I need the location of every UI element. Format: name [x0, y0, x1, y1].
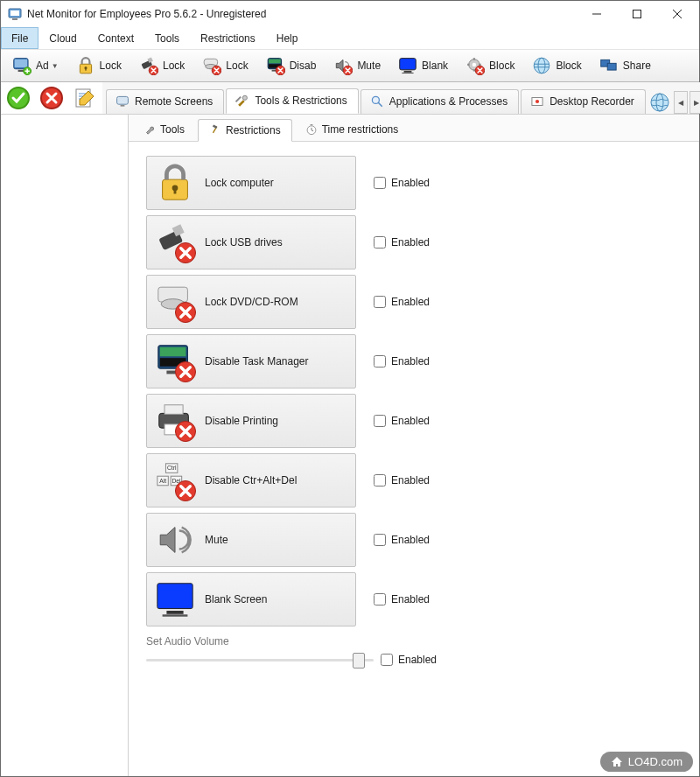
ok-icon[interactable]: [6, 86, 31, 110]
restriction-enabled-checkbox[interactable]: [374, 236, 386, 248]
subtab-time-restrictions[interactable]: Time restrictions: [294, 118, 410, 141]
restriction-card-printer-x[interactable]: Disable Printing: [146, 394, 356, 448]
app-window: Net Monitor for Employees Pro 5.6.2 - Un…: [0, 0, 700, 777]
restriction-enabled-checkbox[interactable]: [374, 355, 386, 368]
toolbar-globe[interactable]: Block: [526, 52, 587, 79]
maximize-button[interactable]: [617, 1, 657, 27]
monitor-blue-icon: [154, 578, 196, 620]
tools-icon: [235, 94, 249, 108]
window-title: Net Monitor for Employees Pro 5.6.2 - Un…: [27, 8, 577, 20]
menu-file[interactable]: File: [1, 27, 38, 49]
restriction-enabled-checkbox[interactable]: [374, 177, 386, 189]
edit-note-icon[interactable]: [73, 86, 97, 110]
usb-x-icon: [139, 56, 158, 75]
svg-rect-25: [402, 73, 413, 74]
svg-rect-3: [634, 10, 641, 18]
restriction-card-monitor-blue[interactable]: Blank Screen: [146, 572, 356, 626]
toolbar-monitor-add[interactable]: Ad▼: [6, 52, 65, 79]
menu-restrictions[interactable]: Restrictions: [190, 27, 266, 49]
svg-rect-18: [269, 60, 281, 64]
toolbar-speaker-x[interactable]: Mute: [327, 52, 387, 79]
svg-rect-74: [158, 584, 192, 609]
tab-tools-restrictions[interactable]: Tools & Restrictions: [226, 88, 358, 114]
restriction-enabled-label: Enabled: [391, 236, 430, 248]
restriction-label: Lock USB drives: [205, 236, 283, 248]
sub-tabs: ToolsRestrictionsTime restrictions: [129, 115, 699, 142]
monitor-blue-icon: [398, 56, 417, 75]
title-bar: Net Monitor for Employees Pro 5.6.2 - Un…: [1, 1, 699, 27]
restriction-label: Disable Ctr+Alt+Del: [205, 474, 297, 486]
restriction-enabled-checkbox[interactable]: [374, 474, 386, 486]
svg-point-42: [536, 100, 539, 103]
restriction-row: Mute Enabled: [146, 513, 682, 567]
restriction-row: Disable Task Manager Enabled: [146, 334, 682, 388]
restriction-enabled-label: Enabled: [391, 177, 430, 189]
svg-rect-23: [400, 59, 416, 70]
padlock-icon: [154, 162, 196, 204]
restriction-enabled-checkbox[interactable]: [374, 415, 386, 427]
keys-x-icon: CtrlAltDel: [154, 459, 196, 501]
tab-remote-screens[interactable]: Remote Screens: [106, 89, 224, 114]
audio-section: Set Audio Volume Enabled: [146, 635, 682, 667]
menu-context[interactable]: Context: [88, 27, 144, 49]
tab-desktop-recorder[interactable]: Desktop Recorder: [521, 89, 646, 114]
cancel-icon[interactable]: [39, 86, 64, 110]
restriction-enabled-label: Enabled: [391, 415, 430, 427]
svg-rect-76: [163, 614, 188, 616]
disc-x-icon: [202, 56, 221, 75]
restriction-enabled-checkbox[interactable]: [374, 296, 386, 308]
restriction-row: CtrlAltDel Disable Ctr+Alt+Del Enabled: [146, 453, 682, 508]
monitor-icon: [116, 94, 130, 108]
toolbar-padlock[interactable]: Lock: [70, 52, 128, 79]
menu-bar: FileCloudContextToolsRestrictionsHelp: [1, 27, 699, 50]
restriction-card-speaker[interactable]: Mute: [146, 513, 356, 567]
restriction-row: Disable Printing Enabled: [146, 394, 682, 448]
menu-cloud[interactable]: Cloud: [38, 27, 87, 49]
toolbar-gear-x[interactable]: Block: [459, 52, 521, 79]
svg-rect-32: [607, 63, 616, 70]
toolbar-desktops[interactable]: Share: [593, 52, 657, 79]
svg-text:Ctrl: Ctrl: [167, 465, 177, 471]
svg-rect-75: [166, 611, 183, 614]
monitor-add-icon: [12, 56, 32, 75]
side-panel: [1, 115, 129, 776]
subtab-restrictions[interactable]: Restrictions: [198, 119, 292, 142]
subtab-tools[interactable]: Tools: [132, 118, 196, 141]
globe-icon[interactable]: [649, 92, 670, 113]
watermark: LO4D.com: [600, 752, 693, 772]
restriction-enabled-label: Enabled: [391, 474, 430, 486]
restriction-enabled-label: Enabled: [391, 593, 430, 606]
svg-rect-36: [117, 96, 129, 104]
hammer-icon: [209, 124, 221, 136]
toolbar-disc-x[interactable]: Lock: [196, 52, 254, 79]
restrictions-panel: Lock computer Enabled Lock USB drives En…: [129, 142, 699, 776]
audio-volume-slider[interactable]: [146, 653, 374, 667]
restriction-card-usb-x[interactable]: Lock USB drives: [146, 215, 356, 270]
restriction-card-keys-x[interactable]: CtrlAltDel Disable Ctr+Alt+Del: [146, 453, 356, 508]
restriction-enabled-checkbox[interactable]: [374, 593, 386, 606]
toolbar-usb-x[interactable]: Lock: [133, 52, 191, 79]
body: ToolsRestrictionsTime restrictions Lock …: [1, 115, 699, 776]
tab-scroll-left[interactable]: ◀: [674, 91, 688, 114]
restriction-card-padlock[interactable]: Lock computer: [146, 156, 356, 210]
restriction-card-disc-x[interactable]: Lock DVD/CD-ROM: [146, 275, 356, 329]
menu-help[interactable]: Help: [266, 27, 309, 49]
minimize-button[interactable]: [577, 1, 617, 27]
speaker-x-icon: [333, 56, 353, 75]
svg-text:Alt: Alt: [159, 478, 166, 484]
side-controls: [1, 82, 102, 114]
svg-point-43: [651, 94, 668, 111]
restriction-enabled-label: Enabled: [391, 296, 430, 308]
toolbar-monitor-blue[interactable]: Blank: [392, 52, 454, 79]
restriction-card-taskmgr-x[interactable]: Disable Task Manager: [146, 334, 356, 388]
close-button[interactable]: [657, 1, 697, 27]
restriction-enabled-checkbox[interactable]: [374, 534, 386, 546]
tab-scroll-right[interactable]: ▶: [690, 91, 700, 114]
menu-tools[interactable]: Tools: [144, 27, 190, 49]
svg-rect-48: [310, 124, 312, 125]
toolbar-screen-x[interactable]: Disab: [260, 52, 323, 79]
tab-applications-processes[interactable]: Applications & Processes: [360, 89, 519, 114]
audio-enabled-checkbox[interactable]: [381, 654, 393, 666]
usb-x-icon: [154, 221, 196, 263]
restriction-label: Mute: [205, 534, 228, 546]
